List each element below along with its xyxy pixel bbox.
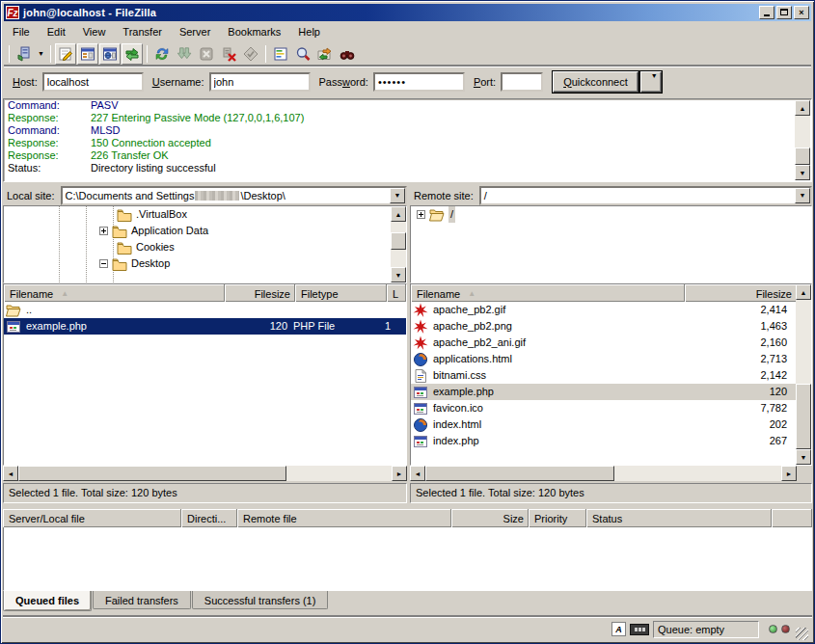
scroll-right-icon[interactable]: ► (392, 466, 407, 481)
tree-item-virtualbox[interactable]: .VirtualBox (4, 206, 406, 223)
scrollbar-thumb[interactable] (425, 466, 614, 481)
speed-limit-icon[interactable] (630, 624, 649, 635)
column-header-filetype[interactable]: Filetype (295, 284, 387, 302)
column-header-filename[interactable]: Filename▲ (4, 284, 225, 302)
scroll-left-icon[interactable]: ◄ (410, 466, 425, 481)
quickconnect-dropdown[interactable]: ▼ (640, 71, 662, 93)
scroll-down-icon[interactable]: ▼ (391, 267, 406, 282)
minimize-button[interactable] (759, 6, 774, 19)
column-header-filesize[interactable]: Filesize (225, 284, 295, 302)
abort-button[interactable] (240, 43, 261, 65)
resize-grip[interactable] (796, 628, 808, 640)
scroll-up-icon[interactable]: ▲ (391, 206, 406, 222)
log-line: Response:227 Entering Passive Mode (127,… (4, 112, 811, 124)
scroll-up-icon[interactable]: ▲ (796, 284, 811, 300)
column-header-server-local-file[interactable]: Server/Local file (3, 509, 181, 527)
file-row-selected[interactable]: example.php 120 (411, 384, 811, 400)
tree-item-cookies[interactable]: Cookies (4, 239, 406, 255)
tab-failed-transfers[interactable]: Failed transfers (93, 591, 191, 609)
remote-list-scrollbar[interactable]: ▲ ▼ (796, 284, 811, 465)
host-input[interactable] (42, 72, 144, 92)
disconnect-button[interactable] (218, 43, 239, 65)
tab-successful-transfers[interactable]: Successful transfers (1) (192, 591, 329, 609)
menu-transfer[interactable]: Transfer (114, 24, 171, 40)
transfer-type-icon[interactable]: A (611, 622, 626, 636)
site-manager-button[interactable] (14, 43, 35, 65)
tree-item-application-data[interactable]: Application Data (4, 223, 406, 239)
column-header-remote-file[interactable]: Remote file (237, 509, 451, 527)
scroll-right-icon[interactable]: ► (781, 466, 797, 481)
tree-item-root[interactable]: / (411, 206, 811, 223)
column-header-filesize[interactable]: Filesize (685, 284, 797, 302)
remote-site-dropdown[interactable]: ▼ (795, 188, 810, 203)
file-row[interactable]: bitnami.css 2,142 (411, 367, 811, 384)
quickconnect-button[interactable]: Quickconnect (553, 71, 638, 93)
menu-edit[interactable]: Edit (39, 24, 74, 40)
file-row[interactable]: apache_pb2.png 1,463 (411, 318, 811, 335)
column-header-status[interactable]: Status (586, 509, 772, 527)
local-tree-scrollbar[interactable]: ▲ ▼ (391, 206, 406, 282)
collapse-icon[interactable] (99, 259, 108, 268)
process-queue-button[interactable] (174, 43, 195, 65)
toggle-remote-tree-button[interactable] (99, 43, 121, 65)
local-directory-tree: .VirtualBox Application Data Cookies Des… (3, 205, 407, 283)
menu-view[interactable]: View (74, 24, 115, 40)
scroll-down-icon[interactable]: ▼ (796, 449, 811, 465)
scroll-down-icon[interactable]: ▼ (795, 165, 810, 180)
scroll-up-icon[interactable]: ▲ (795, 100, 810, 116)
username-input[interactable] (209, 72, 311, 92)
local-list-hscrollbar[interactable]: ◄ ► (3, 466, 407, 481)
toolbar: ▼ (4, 40, 811, 67)
local-site-combo[interactable]: C:\Documents and Settings\Desktop\ ▼ (61, 186, 407, 205)
scroll-left-icon[interactable]: ◄ (3, 466, 18, 481)
log-scrollbar[interactable]: ▲ ▼ (795, 100, 810, 180)
menu-help[interactable]: Help (289, 24, 329, 40)
local-file-list: Filename▲ Filesize Filetype L .. example… (3, 283, 407, 466)
file-row-example-php[interactable]: example.php 120 PHP File 1 (4, 318, 406, 335)
scrollbar-thumb[interactable] (796, 384, 811, 449)
remote-site-label: Remote site: (410, 190, 479, 201)
password-input[interactable] (373, 72, 465, 92)
remote-site-combo[interactable]: / ▼ (479, 186, 812, 205)
file-row[interactable]: applications.html 2,713 (411, 351, 811, 367)
file-row[interactable]: apache_pb2_ani.gif 2,160 (411, 335, 811, 351)
expand-icon[interactable] (99, 227, 108, 235)
toggle-message-log-button[interactable] (55, 43, 76, 65)
port-input[interactable] (501, 72, 543, 92)
scrollbar-thumb[interactable] (795, 148, 810, 165)
scrollbar-thumb[interactable] (391, 232, 406, 250)
menu-file[interactable]: File (4, 24, 39, 40)
title-bar[interactable]: Fz john@localhost - FileZilla × (4, 4, 811, 21)
column-header-direction[interactable]: Directi... (181, 509, 237, 527)
remote-list-header: Filename▲ Filesize (411, 284, 811, 302)
menu-bookmarks[interactable]: Bookmarks (219, 24, 289, 40)
file-row[interactable]: apache_pb2.gif 2,414 (411, 302, 811, 318)
queue-body[interactable] (3, 527, 812, 591)
close-button[interactable]: × (794, 6, 809, 19)
compare-directories-button[interactable] (292, 43, 313, 65)
filter-button[interactable] (270, 43, 291, 65)
toggle-transfer-queue-button[interactable] (122, 43, 143, 65)
local-site-dropdown[interactable]: ▼ (390, 188, 405, 203)
column-header-filename[interactable]: Filename▲ (411, 284, 685, 302)
column-header-size[interactable]: Size (451, 509, 529, 527)
maximize-button[interactable] (776, 6, 792, 19)
column-header-lastmodified[interactable]: L (387, 284, 406, 302)
cancel-operation-button[interactable] (196, 43, 217, 65)
scrollbar-thumb[interactable] (18, 466, 286, 481)
file-row[interactable]: index.html 202 (411, 416, 811, 433)
refresh-button[interactable] (151, 43, 173, 65)
column-header-priority[interactable]: Priority (529, 509, 586, 527)
file-row-parent-dir[interactable]: .. (4, 302, 406, 318)
remote-list-hscrollbar[interactable]: ◄ ► (410, 466, 797, 481)
tree-item-desktop[interactable]: Desktop (4, 255, 406, 272)
find-files-button[interactable] (337, 43, 358, 65)
expand-icon[interactable] (417, 210, 425, 219)
tab-queued-files[interactable]: Queued files (3, 591, 92, 611)
menu-server[interactable]: Server (171, 24, 219, 40)
synchronized-browsing-button[interactable] (314, 43, 336, 65)
file-row[interactable]: index.php 267 (411, 433, 811, 449)
toggle-local-tree-button[interactable] (77, 43, 98, 65)
site-manager-dropdown[interactable]: ▼ (36, 43, 46, 65)
file-row[interactable]: favicon.ico 7,782 (411, 400, 811, 416)
